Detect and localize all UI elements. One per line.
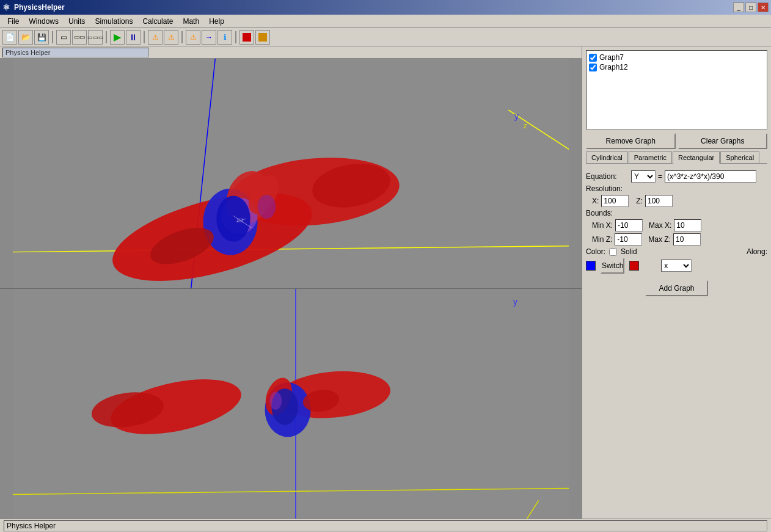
equation-equals: = [658, 172, 662, 181]
layout3-button[interactable]: ▭▭▭ [88, 30, 103, 45]
color-row: Color: Solid Along: [586, 247, 767, 256]
warning3-button[interactable]: ⚠ [186, 30, 200, 45]
max-x-input[interactable] [674, 219, 701, 231]
solid-label: Solid [621, 247, 637, 256]
tab-cylindrical[interactable]: Cylindrical [586, 151, 628, 163]
menu-calculate[interactable]: Calculate [137, 16, 178, 27]
min-x-label: Min X: [592, 221, 613, 230]
solid-checkbox[interactable] [609, 248, 617, 256]
min-z-input[interactable] [615, 233, 642, 246]
right-panel: Graph7 Graph12 Remove Graph Clear Graphs… [582, 46, 771, 519]
bounds-label-row: Bounds: [586, 209, 767, 217]
warning2-button[interactable]: ⚠ [164, 30, 178, 45]
bounds-label: Bounds: [586, 209, 629, 217]
resolution-label: Resolution: [586, 184, 629, 193]
bottom-viewport[interactable]: y z [0, 289, 582, 519]
svg-text:z: z [524, 122, 527, 130]
address-input[interactable]: Physics Helper [2, 48, 149, 57]
menubar: File Windows Units Simulations Calculate… [0, 15, 771, 28]
max-z-label: Max Z: [648, 235, 671, 244]
resolution-z-label: Z: [636, 197, 643, 205]
canvas-area: Physics Helper y z [0, 46, 582, 519]
equation-variable-select[interactable]: Y [631, 170, 656, 183]
tab-spherical[interactable]: Spherical [720, 151, 759, 163]
graph12-label: Graph12 [599, 63, 628, 71]
add-graph-button[interactable]: Add Graph [645, 280, 707, 296]
min-z-label: Min Z: [592, 235, 612, 244]
play-button[interactable]: ▶ [110, 30, 125, 45]
resolution-x-input[interactable] [601, 195, 629, 207]
along-label: Along: [747, 247, 767, 256]
color-label: Color: [586, 247, 605, 256]
svg-point-41 [269, 392, 282, 410]
graph12-checkbox[interactable] [589, 64, 597, 71]
titlebar: ⚛ PhysicsHelper _ □ ✕ [0, 0, 771, 15]
svg-text:y: y [513, 297, 517, 307]
main-area: Physics Helper y z [0, 46, 771, 519]
menu-windows[interactable]: Windows [24, 16, 64, 27]
equation-input[interactable] [665, 170, 756, 183]
status-text: Physics Helper [4, 520, 767, 531]
max-z-input[interactable] [673, 233, 701, 246]
max-x-label: Max X: [649, 221, 671, 230]
clear-graphs-button[interactable]: Clear Graphs [678, 133, 768, 149]
rec-button[interactable] [255, 30, 270, 45]
resolution-x-label: X: [592, 197, 599, 205]
app-title: PhysicsHelper [14, 3, 65, 12]
info-button[interactable]: ℹ [217, 30, 232, 45]
coordinate-tabs: Cylindrical Parametric Rectangular Spher… [586, 151, 767, 164]
minimize-button[interactable]: _ [733, 2, 744, 12]
graph-item-12: Graph12 [589, 63, 764, 71]
graph7-checkbox[interactable] [589, 54, 597, 62]
separator-5 [235, 31, 236, 43]
window-controls: _ □ ✕ [733, 2, 769, 12]
bounds-x-row: Min X: Max X: [586, 219, 767, 231]
arrow-button[interactable]: → [202, 30, 216, 45]
save-button[interactable]: 💾 [34, 30, 49, 45]
color-swatch-2[interactable] [629, 261, 639, 271]
remove-graph-button[interactable]: Remove Graph [586, 133, 676, 149]
graph7-label: Graph7 [599, 53, 624, 62]
maximize-button[interactable]: □ [745, 2, 756, 12]
layout2-button[interactable]: ▭▭ [72, 30, 87, 45]
separator-2 [106, 31, 107, 43]
title-area: ⚛ PhysicsHelper [2, 2, 65, 12]
switch-row: Switch x y z [586, 258, 767, 274]
along-select[interactable]: x y z [661, 260, 692, 272]
menu-math[interactable]: Math [178, 16, 204, 27]
resolution-inputs: X: Z: [586, 195, 767, 207]
menu-simulations[interactable]: Simulations [90, 16, 137, 27]
menu-units[interactable]: Units [64, 16, 90, 27]
warning1-button[interactable]: ⚠ [148, 30, 163, 45]
min-x-input[interactable] [615, 219, 643, 231]
address-bar: Physics Helper [0, 46, 582, 59]
tab-parametric[interactable]: Parametric [629, 151, 672, 163]
resolution-z-input[interactable] [645, 195, 673, 207]
bottom-scene: y z [0, 289, 582, 519]
stop-button[interactable] [239, 30, 254, 45]
separator-4 [181, 31, 183, 43]
menu-help[interactable]: Help [204, 16, 229, 27]
equation-row: Equation: Y = [586, 170, 767, 183]
switch-button[interactable]: Switch [601, 258, 624, 274]
top-scene: y z [0, 59, 582, 288]
menu-file[interactable]: File [2, 16, 24, 27]
resolution-row: Resolution: [586, 184, 767, 193]
app-icon: ⚛ [2, 2, 10, 12]
color-swatch-1[interactable] [586, 261, 596, 271]
svg-text:y: y [514, 111, 519, 121]
bounds-z-row: Min Z: Max Z: [586, 233, 767, 246]
graph-action-buttons: Remove Graph Clear Graphs [586, 133, 767, 149]
top-viewport[interactable]: y z [0, 59, 582, 289]
pause-button[interactable]: ⏸ [126, 30, 141, 45]
close-button[interactable]: ✕ [758, 2, 769, 12]
toolbar: 📄 📂 💾 ▭ ▭▭ ▭▭▭ ▶ ⏸ ⚠ ⚠ ⚠ → ℹ [0, 28, 771, 46]
layout1-button[interactable]: ▭ [56, 30, 71, 45]
tab-rectangular[interactable]: Rectangular [673, 151, 720, 164]
separator-1 [52, 31, 53, 43]
svg-point-15 [258, 195, 276, 219]
equation-label: Equation: [586, 172, 629, 181]
new-button[interactable]: 📄 [2, 30, 17, 45]
graph-item-7: Graph7 [589, 53, 764, 62]
open-button[interactable]: 📂 [18, 30, 33, 45]
